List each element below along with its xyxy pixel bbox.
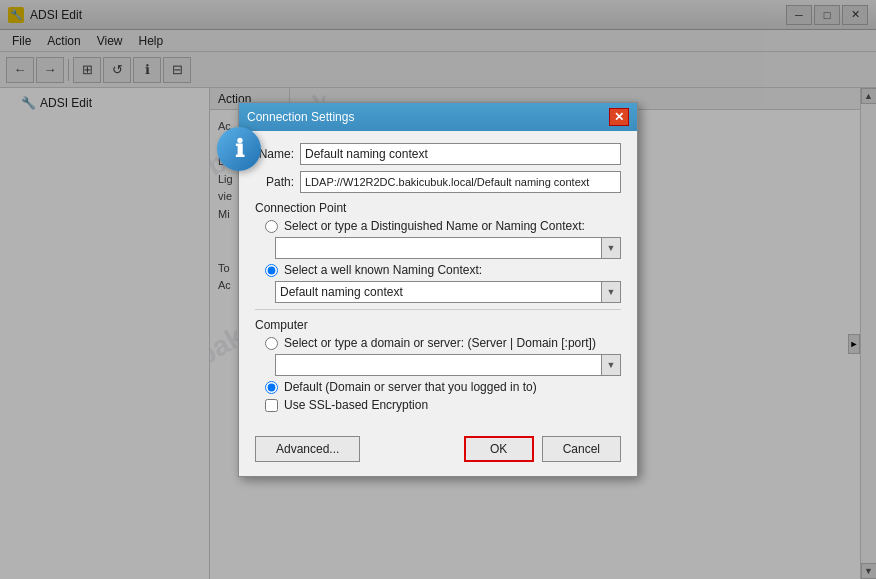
dropdown-distinguished-name-wrapper: ▼ <box>275 237 621 259</box>
dialog-buttons: Advanced... OK Cancel <box>239 428 637 476</box>
radio-domain-server-row: Select or type a domain or server: (Serv… <box>265 336 621 350</box>
cancel-button[interactable]: Cancel <box>542 436 621 462</box>
radio-domain-server-label: Select or type a domain or server: (Serv… <box>284 336 596 350</box>
modal-overlay: ℹ Connection Settings ✕ Name: Path: Conn… <box>0 0 876 579</box>
connection-settings-dialog: ℹ Connection Settings ✕ Name: Path: Conn… <box>238 102 638 477</box>
dropdown-naming-context-wrapper: Default naming context ▼ <box>275 281 621 303</box>
path-input[interactable] <box>300 171 621 193</box>
radio-distinguished-name[interactable] <box>265 220 278 233</box>
radio-domain-server[interactable] <box>265 337 278 350</box>
ssl-checkbox-row: Use SSL-based Encryption <box>265 398 621 412</box>
dialog-content: Name: Path: Connection Point Select or t… <box>239 131 637 428</box>
divider-1 <box>255 309 621 310</box>
dropdown-distinguished-name[interactable] <box>275 237 621 259</box>
dialog-close-button[interactable]: ✕ <box>609 108 629 126</box>
ssl-checkbox-label: Use SSL-based Encryption <box>284 398 428 412</box>
name-row: Name: <box>255 143 621 165</box>
computer-title: Computer <box>255 318 621 332</box>
dialog-title-bar: Connection Settings ✕ <box>239 103 637 131</box>
dropdown-naming-context[interactable]: Default naming context <box>275 281 621 303</box>
ssl-checkbox[interactable] <box>265 399 278 412</box>
radio-distinguished-name-row: Select or type a Distinguished Name or N… <box>265 219 621 233</box>
radio-well-known-row: Select a well known Naming Context: <box>265 263 621 277</box>
radio-well-known[interactable] <box>265 264 278 277</box>
name-label: Name: <box>255 147 300 161</box>
radio-default-domain-row: Default (Domain or server that you logge… <box>265 380 621 394</box>
connection-point-title: Connection Point <box>255 201 621 215</box>
radio-well-known-label: Select a well known Naming Context: <box>284 263 482 277</box>
dropdown-domain-server-wrapper: ▼ <box>275 354 621 376</box>
dialog-title: Connection Settings <box>247 110 354 124</box>
dropdown-domain-server[interactable] <box>275 354 621 376</box>
radio-distinguished-name-label: Select or type a Distinguished Name or N… <box>284 219 585 233</box>
ok-button[interactable]: OK <box>464 436 534 462</box>
advanced-button[interactable]: Advanced... <box>255 436 360 462</box>
path-row: Path: <box>255 171 621 193</box>
radio-default-domain[interactable] <box>265 381 278 394</box>
path-label: Path: <box>255 175 300 189</box>
radio-default-domain-label: Default (Domain or server that you logge… <box>284 380 537 394</box>
dialog-info-icon: ℹ <box>217 127 261 171</box>
name-input[interactable] <box>300 143 621 165</box>
